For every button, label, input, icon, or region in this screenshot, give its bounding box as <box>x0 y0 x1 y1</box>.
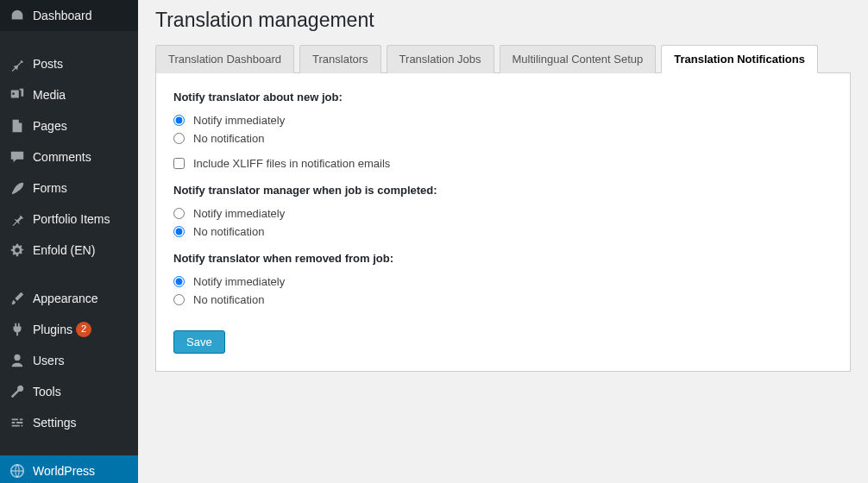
sidebar-label: Comments <box>33 150 91 164</box>
sidebar-item-users[interactable]: Users <box>0 345 138 376</box>
s1-opt2-label: No notification <box>193 132 264 145</box>
sidebar-item-appearance[interactable]: Appearance <box>0 283 138 314</box>
s2-opt2-label: No notification <box>193 225 264 238</box>
sidebar-label: Posts <box>33 57 63 71</box>
sidebar-label: WorldPress <box>33 464 95 478</box>
s1-no-notification-radio[interactable] <box>173 133 185 144</box>
sidebar-item-tools[interactable]: Tools <box>0 376 138 407</box>
sidebar-item-comments[interactable]: Comments <box>0 141 138 172</box>
settings-panel: Notify translator about new job: Notify … <box>155 73 851 372</box>
sidebar-item-pages[interactable]: Pages <box>0 110 138 141</box>
sliders-icon <box>9 414 26 431</box>
sidebar-label: Settings <box>33 416 77 430</box>
sidebar-label: Users <box>33 354 65 367</box>
sidebar-item-enfold[interactable]: Enfold (EN) <box>0 235 138 266</box>
globe-icon <box>9 462 26 480</box>
wrench-icon <box>9 383 26 400</box>
s1-notify-immediately-radio[interactable] <box>173 115 185 126</box>
sidebar-label: Tools <box>33 385 61 398</box>
tab-multilingual-content-setup[interactable]: Multilingual Content Setup <box>500 45 657 73</box>
s2-opt1-label: Notify immediately <box>193 207 285 220</box>
include-xliff-checkbox[interactable] <box>173 158 185 169</box>
pin-icon <box>9 55 26 72</box>
plug-icon <box>9 321 26 338</box>
sidebar-item-portfolio[interactable]: Portfolio Items <box>0 204 138 235</box>
sidebar-label: Portfolio Items <box>33 212 110 226</box>
sidebar-item-plugins[interactable]: Plugins 2 <box>0 314 138 345</box>
sidebar-label: Media <box>33 88 66 102</box>
s1-opt1-label: Notify immediately <box>193 114 285 127</box>
s2-notify-immediately-radio[interactable] <box>173 208 185 219</box>
s3-no-notification-radio[interactable] <box>173 294 185 305</box>
tab-translators[interactable]: Translators <box>299 45 381 73</box>
sidebar-item-posts[interactable]: Posts <box>0 48 138 79</box>
admin-sidebar: Dashboard Posts Media Pages Comments For… <box>0 0 138 483</box>
tab-translation-notifications[interactable]: Translation Notifications <box>661 45 818 73</box>
page-icon <box>9 117 26 135</box>
sidebar-label: Dashboard <box>33 9 92 22</box>
s3-opt2-label: No notification <box>193 293 264 306</box>
sidebar-label: Plugins <box>33 323 72 336</box>
sidebar-label: Forms <box>33 181 67 195</box>
gear-icon <box>9 242 26 259</box>
include-xliff-label: Include XLIFF files in notification emai… <box>193 157 390 170</box>
brush-icon <box>9 290 26 307</box>
push-pin-icon <box>9 210 26 228</box>
sidebar-item-dashboard[interactable]: Dashboard <box>0 0 138 31</box>
s3-opt1-label: Notify immediately <box>193 275 285 288</box>
s2-no-notification-radio[interactable] <box>173 226 185 237</box>
s3-notify-immediately-radio[interactable] <box>173 276 185 287</box>
dashboard-icon <box>9 7 26 24</box>
sidebar-item-worldpress[interactable]: WorldPress <box>0 455 138 483</box>
section3-heading: Notify translator when removed from job: <box>173 252 833 265</box>
user-icon <box>9 352 26 369</box>
tab-translation-jobs[interactable]: Translation Jobs <box>387 45 494 73</box>
plugins-badge: 2 <box>76 322 91 336</box>
section2-heading: Notify translator manager when job is co… <box>173 184 833 197</box>
tabs: Translation Dashboard Translators Transl… <box>155 44 851 73</box>
main-content: Translation management Translation Dashb… <box>138 0 868 483</box>
sidebar-item-forms[interactable]: Forms <box>0 172 138 204</box>
comment-icon <box>9 148 26 166</box>
sidebar-label: Appearance <box>33 292 98 305</box>
sidebar-item-settings[interactable]: Settings <box>0 407 138 438</box>
sidebar-label: Enfold (EN) <box>33 243 95 257</box>
feather-icon <box>9 179 26 197</box>
save-button[interactable]: Save <box>173 330 225 354</box>
page-title: Translation management <box>155 9 851 32</box>
sidebar-label: Pages <box>33 119 67 133</box>
media-icon <box>9 86 26 104</box>
tab-translation-dashboard[interactable]: Translation Dashboard <box>155 45 294 73</box>
section1-heading: Notify translator about new job: <box>173 91 833 104</box>
sidebar-item-media[interactable]: Media <box>0 79 138 110</box>
